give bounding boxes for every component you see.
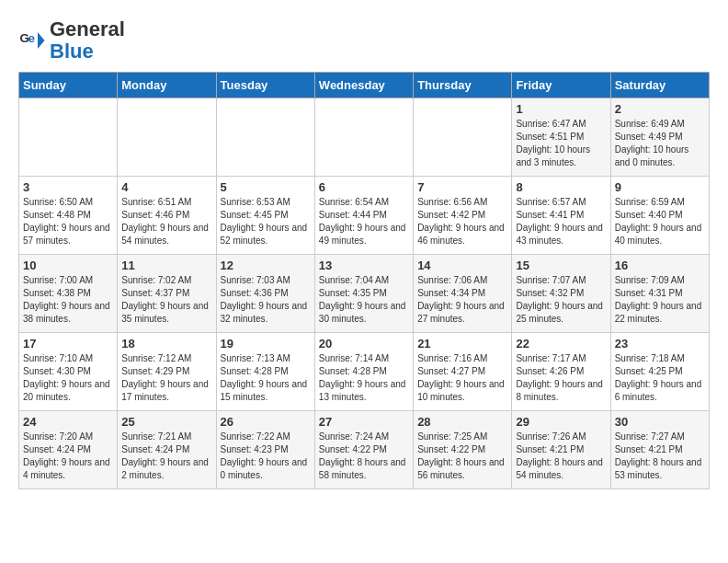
day-info: Sunrise: 7:12 AM Sunset: 4:29 PM Dayligh…: [121, 352, 211, 404]
day-number: 12: [221, 259, 311, 272]
svg-text:e: e: [28, 31, 36, 45]
calendar-cell: [414, 98, 512, 177]
day-info: Sunrise: 6:56 AM Sunset: 4:42 PM Dayligh…: [417, 196, 507, 247]
calendar-cell: 15Sunrise: 7:07 AM Sunset: 4:32 PM Dayli…: [512, 255, 610, 333]
day-info: Sunrise: 6:59 AM Sunset: 4:40 PM Dayligh…: [615, 196, 705, 247]
calendar-cell: 9Sunrise: 6:59 AM Sunset: 4:40 PM Daylig…: [610, 177, 709, 255]
calendar-week-5: 24Sunrise: 7:20 AM Sunset: 4:24 PM Dayli…: [19, 411, 710, 489]
day-number: 27: [319, 415, 409, 429]
day-info: Sunrise: 6:57 AM Sunset: 4:41 PM Dayligh…: [516, 196, 606, 247]
calendar-cell: [216, 98, 314, 177]
calendar-cell: 23Sunrise: 7:18 AM Sunset: 4:25 PM Dayli…: [610, 333, 709, 411]
calendar-cell: 13Sunrise: 7:04 AM Sunset: 4:35 PM Dayli…: [314, 255, 413, 333]
day-number: 2: [615, 102, 705, 116]
day-info: Sunrise: 7:14 AM Sunset: 4:28 PM Dayligh…: [319, 352, 409, 404]
day-info: Sunrise: 7:06 AM Sunset: 4:34 PM Dayligh…: [417, 274, 507, 326]
day-number: 30: [615, 415, 705, 429]
day-info: Sunrise: 7:18 AM Sunset: 4:25 PM Dayligh…: [615, 352, 705, 404]
calendar-cell: 7Sunrise: 6:56 AM Sunset: 4:42 PM Daylig…: [414, 177, 512, 255]
day-number: 16: [615, 259, 705, 272]
calendar-week-4: 17Sunrise: 7:10 AM Sunset: 4:30 PM Dayli…: [19, 333, 710, 411]
calendar-cell: 6Sunrise: 6:54 AM Sunset: 4:44 PM Daylig…: [314, 177, 413, 255]
calendar-cell: 21Sunrise: 7:16 AM Sunset: 4:27 PM Dayli…: [414, 333, 512, 411]
day-number: 23: [615, 337, 705, 350]
day-info: Sunrise: 7:04 AM Sunset: 4:35 PM Dayligh…: [319, 274, 409, 326]
day-info: Sunrise: 7:16 AM Sunset: 4:27 PM Dayligh…: [417, 352, 507, 404]
calendar-cell: [118, 98, 216, 177]
day-info: Sunrise: 6:50 AM Sunset: 4:48 PM Dayligh…: [23, 196, 113, 247]
header-wednesday: Wednesday: [314, 73, 413, 98]
logo-icon: G e: [18, 27, 46, 54]
calendar-cell: 29Sunrise: 7:26 AM Sunset: 4:21 PM Dayli…: [512, 411, 610, 489]
calendar-table: SundayMondayTuesdayWednesdayThursdayFrid…: [18, 72, 710, 489]
header-monday: Monday: [118, 73, 216, 98]
day-info: Sunrise: 7:00 AM Sunset: 4:38 PM Dayligh…: [23, 274, 113, 326]
day-info: Sunrise: 6:47 AM Sunset: 4:51 PM Dayligh…: [516, 118, 606, 169]
calendar-cell: [314, 98, 413, 177]
day-info: Sunrise: 7:20 AM Sunset: 4:24 PM Dayligh…: [23, 431, 113, 482]
calendar-cell: 14Sunrise: 7:06 AM Sunset: 4:34 PM Dayli…: [414, 255, 512, 333]
day-info: Sunrise: 6:54 AM Sunset: 4:44 PM Dayligh…: [319, 196, 409, 247]
day-number: 18: [121, 337, 211, 350]
day-number: 24: [23, 415, 113, 429]
day-info: Sunrise: 7:17 AM Sunset: 4:26 PM Dayligh…: [516, 352, 606, 404]
day-info: Sunrise: 6:49 AM Sunset: 4:49 PM Dayligh…: [615, 118, 705, 169]
calendar-cell: 4Sunrise: 6:51 AM Sunset: 4:46 PM Daylig…: [118, 177, 216, 255]
day-number: 1: [516, 102, 606, 116]
calendar-week-3: 10Sunrise: 7:00 AM Sunset: 4:38 PM Dayli…: [19, 255, 710, 333]
day-number: 8: [516, 180, 606, 194]
calendar-cell: 19Sunrise: 7:13 AM Sunset: 4:28 PM Dayli…: [216, 333, 314, 411]
day-info: Sunrise: 7:02 AM Sunset: 4:37 PM Dayligh…: [121, 274, 211, 326]
day-number: 5: [221, 180, 311, 194]
header-sunday: Sunday: [19, 73, 118, 98]
day-number: 4: [121, 180, 211, 194]
header-saturday: Saturday: [610, 73, 709, 98]
calendar-cell: 16Sunrise: 7:09 AM Sunset: 4:31 PM Dayli…: [610, 255, 709, 333]
calendar-cell: 20Sunrise: 7:14 AM Sunset: 4:28 PM Dayli…: [314, 333, 413, 411]
calendar-cell: 18Sunrise: 7:12 AM Sunset: 4:29 PM Dayli…: [118, 333, 216, 411]
header-thursday: Thursday: [414, 73, 512, 98]
header: G e General Blue: [18, 18, 710, 63]
calendar-cell: 30Sunrise: 7:27 AM Sunset: 4:21 PM Dayli…: [610, 411, 709, 489]
day-info: Sunrise: 7:25 AM Sunset: 4:22 PM Dayligh…: [417, 431, 507, 482]
calendar-cell: 3Sunrise: 6:50 AM Sunset: 4:48 PM Daylig…: [19, 177, 118, 255]
day-number: 26: [221, 415, 311, 429]
logo-text: General Blue: [50, 18, 125, 63]
day-number: 17: [23, 337, 113, 350]
calendar-cell: 24Sunrise: 7:20 AM Sunset: 4:24 PM Dayli…: [19, 411, 118, 489]
calendar-cell: 1Sunrise: 6:47 AM Sunset: 4:51 PM Daylig…: [512, 98, 610, 177]
day-number: 14: [417, 259, 507, 272]
day-number: 3: [23, 180, 113, 194]
calendar-cell: 11Sunrise: 7:02 AM Sunset: 4:37 PM Dayli…: [118, 255, 216, 333]
day-info: Sunrise: 6:51 AM Sunset: 4:46 PM Dayligh…: [121, 196, 211, 247]
calendar-cell: 27Sunrise: 7:24 AM Sunset: 4:22 PM Dayli…: [314, 411, 413, 489]
calendar-cell: 17Sunrise: 7:10 AM Sunset: 4:30 PM Dayli…: [19, 333, 118, 411]
day-number: 10: [23, 259, 113, 272]
day-number: 19: [221, 337, 311, 350]
calendar-cell: 2Sunrise: 6:49 AM Sunset: 4:49 PM Daylig…: [610, 98, 709, 177]
day-number: 13: [319, 259, 409, 272]
day-info: Sunrise: 7:10 AM Sunset: 4:30 PM Dayligh…: [23, 352, 113, 404]
day-info: Sunrise: 7:07 AM Sunset: 4:32 PM Dayligh…: [516, 274, 606, 326]
day-number: 25: [121, 415, 211, 429]
calendar-cell: [19, 98, 118, 177]
day-info: Sunrise: 7:24 AM Sunset: 4:22 PM Dayligh…: [319, 431, 409, 482]
day-number: 28: [417, 415, 507, 429]
calendar-cell: 22Sunrise: 7:17 AM Sunset: 4:26 PM Dayli…: [512, 333, 610, 411]
day-info: Sunrise: 6:53 AM Sunset: 4:45 PM Dayligh…: [221, 196, 311, 247]
header-tuesday: Tuesday: [216, 73, 314, 98]
day-number: 29: [516, 415, 606, 429]
day-number: 21: [417, 337, 507, 350]
day-number: 15: [516, 259, 606, 272]
calendar-cell: 5Sunrise: 6:53 AM Sunset: 4:45 PM Daylig…: [216, 177, 314, 255]
calendar-week-2: 3Sunrise: 6:50 AM Sunset: 4:48 PM Daylig…: [19, 177, 710, 255]
day-info: Sunrise: 7:13 AM Sunset: 4:28 PM Dayligh…: [221, 352, 311, 404]
day-number: 11: [121, 259, 211, 272]
day-info: Sunrise: 7:21 AM Sunset: 4:24 PM Dayligh…: [121, 431, 211, 482]
calendar-cell: 26Sunrise: 7:22 AM Sunset: 4:23 PM Dayli…: [216, 411, 314, 489]
svg-marker-2: [38, 32, 45, 49]
calendar-header-row: SundayMondayTuesdayWednesdayThursdayFrid…: [19, 73, 710, 98]
day-info: Sunrise: 7:26 AM Sunset: 4:21 PM Dayligh…: [516, 431, 606, 482]
logo: G e General Blue: [18, 18, 125, 63]
calendar-cell: 12Sunrise: 7:03 AM Sunset: 4:36 PM Dayli…: [216, 255, 314, 333]
